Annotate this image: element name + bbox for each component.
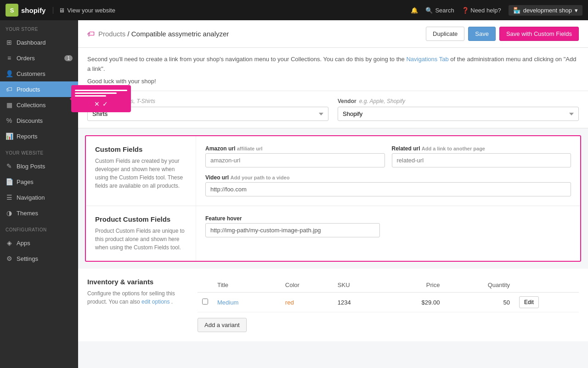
save-button[interactable]: Save bbox=[468, 27, 496, 41]
sidebar-item-label: Customers bbox=[17, 70, 45, 77]
edit-button[interactable]: Edit bbox=[519, 296, 539, 308]
row-checkbox[interactable] bbox=[198, 293, 213, 312]
pages-icon: 📄 bbox=[6, 178, 13, 185]
sidebar-item-settings[interactable]: ⚙ Settings bbox=[0, 251, 78, 266]
sidebar-item-orders[interactable]: ≡ Orders 1 bbox=[0, 50, 78, 66]
app-logo[interactable]: S shopify bbox=[6, 4, 45, 17]
sidebar-item-dashboard[interactable]: ⊞ Dashboard bbox=[0, 34, 78, 50]
discounts-icon: % bbox=[6, 117, 13, 124]
orders-badge: 1 bbox=[64, 55, 73, 61]
sidebar-item-label: Apps bbox=[17, 240, 30, 247]
notifications-icon[interactable]: 🔔 bbox=[411, 7, 418, 14]
reports-icon: 📊 bbox=[6, 132, 13, 140]
save-custom-fields-button[interactable]: Save with Custom Fields bbox=[499, 27, 579, 41]
shopify-icon: S bbox=[6, 4, 18, 17]
video-url-label: Video url Add your path to a video bbox=[205, 174, 571, 181]
duplicate-button[interactable]: Duplicate bbox=[426, 27, 464, 41]
row-color: red bbox=[281, 293, 333, 312]
search-button[interactable]: 🔍 Search bbox=[425, 7, 454, 14]
dashboard-icon: ⊞ bbox=[6, 39, 13, 46]
inventory-desc: Configure the options for selling this p… bbox=[87, 289, 188, 306]
help-icon: ❓ bbox=[462, 7, 469, 14]
sidebar-item-label: Discounts bbox=[17, 117, 43, 124]
custom-menu-tooltip: ✕ ✓ bbox=[71, 85, 78, 112]
your-website-section-label: YOUR WEBSITE bbox=[0, 144, 78, 158]
sidebar-item-label: Collections bbox=[17, 102, 46, 109]
row-title[interactable]: Medium bbox=[213, 293, 281, 312]
feature-hover-input[interactable] bbox=[205, 223, 380, 237]
col-price: Price bbox=[383, 278, 444, 293]
page-title-area: 🏷 Products / Compatible assymetric analy… bbox=[87, 30, 229, 38]
sidebar-item-reports[interactable]: 📊 Reports bbox=[0, 128, 78, 144]
sidebar-item-label: Themes bbox=[17, 210, 38, 217]
sidebar-item-navigation[interactable]: ☰ Navigation bbox=[0, 190, 78, 205]
navigations-tab-link[interactable]: Navigations Tab bbox=[406, 56, 448, 63]
sidebar-item-customers[interactable]: 👤 Customers bbox=[0, 66, 78, 81]
sidebar-item-products[interactable]: 🏷 Products bbox=[0, 81, 78, 97]
inventory-section: Inventory & variants Configure the optio… bbox=[78, 269, 588, 341]
sidebar-item-pages[interactable]: 📄 Pages bbox=[0, 174, 78, 190]
sidebar-item-collections[interactable]: ▦ Collections bbox=[0, 97, 78, 113]
info-line-3: Good luck with your shop! bbox=[87, 77, 579, 86]
edit-options-link[interactable]: edit options bbox=[141, 299, 170, 305]
configuration-section-label: CONFIGURATION bbox=[0, 221, 78, 235]
row-price: $29.00 bbox=[383, 293, 444, 312]
add-variant-button[interactable]: Add a variant bbox=[198, 318, 247, 332]
monitor-icon: 🖥 bbox=[59, 7, 65, 14]
info-text: Second you'll need to create a link from… bbox=[78, 48, 588, 91]
breadcrumb-separator: / bbox=[127, 30, 131, 38]
product-custom-fields-title: Product Custom Fields bbox=[95, 215, 187, 223]
store-icon: 🏪 bbox=[513, 7, 520, 14]
blog-posts-icon: ✎ bbox=[6, 162, 13, 170]
vendor-select[interactable]: Shopify bbox=[338, 107, 579, 121]
sidebar: YOUR STORE ⊞ Dashboard ≡ Orders 1 👤 Cust… bbox=[0, 20, 78, 368]
feature-hover-label: Feature hover bbox=[205, 215, 571, 222]
amazon-url-group: Amazon url affiliate url bbox=[205, 145, 385, 167]
menu-line-2 bbox=[75, 92, 78, 94]
sidebar-item-label: Navigation bbox=[17, 194, 45, 201]
related-url-group: Related url Add a link to another page bbox=[392, 145, 571, 167]
row-edit[interactable]: Edit bbox=[514, 293, 579, 312]
sidebar-item-themes[interactable]: ◑ Themes bbox=[0, 205, 78, 221]
video-url-input[interactable] bbox=[205, 182, 571, 196]
sidebar-item-apps[interactable]: ◈ Apps bbox=[0, 235, 78, 251]
info-line-1: Second you'll need to create a link from… bbox=[87, 55, 579, 74]
vendor-label: Vendor e.g. Apple, Shopify bbox=[338, 98, 579, 104]
store-selector[interactable]: 🏪 development shop ▾ bbox=[509, 5, 582, 16]
col-sku: SKU bbox=[333, 278, 383, 293]
product-custom-fields-inner: Product Custom Fields Product Custom Fie… bbox=[86, 206, 580, 261]
table-row: Medium red 1234 $29.00 50 Edit bbox=[198, 293, 579, 312]
custom-fields-title: Custom Fields bbox=[95, 145, 187, 153]
help-link[interactable]: ❓ Need help? bbox=[462, 7, 501, 14]
amazon-url-input[interactable] bbox=[205, 153, 385, 167]
settings-icon: ⚙ bbox=[6, 255, 13, 262]
view-website-link[interactable]: 🖥 View your website bbox=[53, 7, 115, 14]
sidebar-item-label: Products bbox=[17, 86, 40, 93]
row-quantity: 50 bbox=[444, 293, 514, 312]
breadcrumb-parent[interactable]: Products bbox=[98, 30, 125, 38]
custom-fields-section: Custom Fields Custom Fields are created … bbox=[85, 135, 581, 262]
page-actions: Duplicate Save Save with Custom Fields bbox=[426, 27, 579, 41]
custom-fields-inputs: Amazon url affiliate url Related url Add… bbox=[196, 136, 580, 206]
collections-icon: ▦ bbox=[6, 101, 13, 109]
video-url-group: Video url Add your path to a video bbox=[205, 174, 571, 196]
your-store-section-label: YOUR STORE bbox=[0, 20, 78, 34]
col-quantity: Quantity bbox=[444, 278, 514, 293]
sidebar-item-label: Dashboard bbox=[17, 39, 46, 46]
tag-icon: 🏷 bbox=[87, 30, 95, 38]
inventory-table-area: Title Color SKU Price Quantity bbox=[198, 278, 579, 332]
col-action bbox=[514, 278, 579, 293]
related-url-input[interactable] bbox=[392, 153, 571, 167]
product-custom-fields-desc: Product Custom Fields are unique to this… bbox=[95, 227, 187, 252]
sidebar-item-label: Orders bbox=[17, 55, 35, 62]
breadcrumb: Products / Compatible assymetric analyze… bbox=[98, 30, 229, 38]
row-sku: 1234 bbox=[333, 293, 383, 312]
orders-icon: ≡ bbox=[6, 54, 13, 62]
sidebar-item-blog-posts[interactable]: ✎ Blog Posts bbox=[0, 158, 78, 174]
sidebar-item-label: Pages bbox=[17, 178, 34, 185]
sidebar-item-discounts[interactable]: % Discounts bbox=[0, 113, 78, 128]
vendor-group: Vendor e.g. Apple, Shopify Shopify bbox=[338, 98, 579, 121]
menu-lines bbox=[75, 90, 78, 97]
row-select-checkbox[interactable] bbox=[202, 299, 208, 305]
top-nav: S shopify 🖥 View your website 🔔 🔍 Search… bbox=[0, 0, 588, 20]
